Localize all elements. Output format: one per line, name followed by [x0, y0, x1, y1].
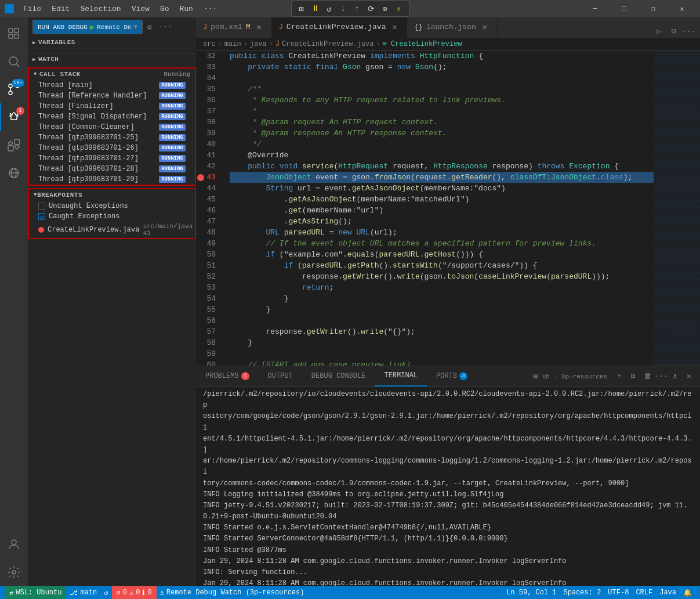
menu-go[interactable]: Go	[155, 3, 174, 15]
bp-caught[interactable]: Caught Exceptions	[29, 211, 195, 222]
debug-step-into-btn[interactable]: ↓	[337, 2, 350, 15]
panel-trash-btn[interactable]: 🗑	[641, 370, 654, 383]
activity-extensions[interactable]	[0, 131, 28, 159]
bp-uncaught[interactable]: Uncaught Exceptions	[29, 201, 195, 211]
thread-item[interactable]: Thread [main]RUNNING	[29, 80, 195, 91]
code-line[interactable]: private static final Gson gson = new Gso…	[230, 62, 654, 73]
sidebar-more-icon[interactable]: ···	[157, 21, 175, 33]
menu-more[interactable]: ···	[199, 3, 222, 15]
code-line[interactable]: public class CreateLinkPreview implement…	[230, 50, 654, 62]
breakpoints-header[interactable]: ▼ BREAKPOINTS	[29, 189, 195, 201]
activity-settings[interactable]	[0, 558, 28, 586]
panel-more-btn[interactable]: ···	[655, 370, 668, 383]
code-line[interactable]: /**	[230, 84, 654, 95]
restore-btn[interactable]: ❐	[640, 0, 666, 17]
code-content[interactable]: public class CreateLinkPreview implement…	[225, 50, 654, 366]
variables-section-header[interactable]: ▶ VARIABLES	[28, 37, 196, 48]
code-line[interactable]	[230, 73, 654, 84]
activity-debug[interactable]: 1	[0, 103, 28, 131]
minimize-btn[interactable]: ─	[582, 0, 608, 17]
breadcrumb-java[interactable]: java	[250, 40, 267, 48]
code-line[interactable]: * Responds to any HTTP request related t…	[230, 95, 654, 106]
code-line[interactable]: */	[230, 139, 654, 150]
activity-explorer[interactable]	[0, 20, 28, 48]
status-position[interactable]: Ln 59, Col 1	[503, 589, 560, 597]
status-notifications[interactable]: 🔔	[680, 589, 695, 597]
code-line[interactable]: * @param request An HTTP request context…	[230, 117, 654, 128]
tab-problems[interactable]: PROBLEMS 1	[196, 366, 259, 387]
thread-item[interactable]: Thread [qtp399683701-25]RUNNING	[29, 132, 195, 143]
menu-run[interactable]: Run	[175, 3, 197, 15]
code-line[interactable]: response.getWriter().write("{}");	[230, 326, 654, 337]
menu-file[interactable]: File	[19, 3, 46, 15]
status-errors[interactable]: ⊘ 0 ⚠ 0 ℹ 0	[112, 586, 157, 599]
code-line[interactable]: // [START add_ons_case_preview_link]	[230, 359, 654, 366]
menu-selection[interactable]: Selection	[75, 3, 125, 15]
thread-item[interactable]: Thread [Reference Handler]RUNNING	[29, 91, 195, 101]
thread-item[interactable]: Thread [Signal Dispatcher]RUNNING	[29, 111, 195, 122]
tab-debug-console[interactable]: DEBUG CONSOLE	[302, 366, 375, 387]
tab-launch-close[interactable]: ✕	[480, 22, 490, 33]
activity-remote[interactable]	[0, 159, 28, 187]
thread-item[interactable]: Thread [qtp399683701-29]RUNNING	[29, 174, 195, 185]
activity-scm[interactable]: 1K+	[0, 75, 28, 103]
status-sync[interactable]: ↺	[100, 586, 111, 599]
tab-ports[interactable]: PORTS 3	[427, 366, 477, 387]
code-line[interactable]: // If the event object URL matches a spe…	[230, 238, 654, 249]
debug-pause-btn[interactable]: ⏸	[309, 2, 322, 15]
code-line[interactable]	[230, 348, 654, 359]
code-line[interactable]: .getAsString();	[230, 216, 654, 227]
tab-create-close[interactable]: ✕	[389, 22, 400, 33]
thread-item[interactable]: Thread [Finalizer]RUNNING	[29, 101, 195, 111]
status-debug-watch[interactable]: ⚓ Remote Debug Watch (3p-resources)	[157, 586, 308, 599]
debug-connect-btn[interactable]: ⊕	[379, 2, 391, 15]
bp-file[interactable]: CreateLinkPreview.java src/main/java 43	[29, 222, 195, 238]
activity-account[interactable]	[0, 531, 28, 558]
tab-pom[interactable]: J pom.xml M ✕	[196, 17, 272, 38]
debug-reset-btn[interactable]: ⟳	[365, 2, 378, 15]
code-line[interactable]: }	[230, 293, 654, 304]
code-line[interactable]: .getAsJsonObject(memberName:"matchedUrl"…	[230, 194, 654, 205]
code-line[interactable]: public void service(HttpRequest request,…	[230, 161, 654, 172]
tab-more-btn[interactable]: ···	[683, 25, 695, 38]
bp-caught-checkbox[interactable]	[38, 213, 45, 220]
status-spaces[interactable]: Spaces: 2	[560, 589, 605, 597]
thread-item[interactable]: Thread [qtp399683701-28]RUNNING	[29, 164, 195, 174]
debug-restart-btn[interactable]: ↺	[323, 2, 336, 15]
close-btn[interactable]: ✕	[669, 0, 695, 17]
thread-item[interactable]: Thread [qtp399683701-27]RUNNING	[29, 153, 195, 164]
code-line[interactable]: URL parsedURL = new URL(url);	[230, 227, 654, 238]
status-line-ending[interactable]: CRLF	[632, 589, 656, 597]
code-line[interactable]: if ("example.com".equals(parsedURL.getHo…	[230, 249, 654, 260]
activity-search[interactable]	[0, 48, 28, 75]
thread-item[interactable]: Thread [Common-Cleaner]RUNNING	[29, 122, 195, 132]
status-remote[interactable]: ⇄ WSL: Ubuntu	[5, 586, 66, 599]
code-line[interactable]: }	[230, 337, 654, 348]
watch-section-header[interactable]: ▶ WATCH	[28, 53, 196, 65]
tab-terminal[interactable]: TERMINAL	[375, 366, 427, 387]
code-line[interactable]: if (parsedURL.getPath().startsWith("/sup…	[230, 260, 654, 271]
debug-grid-btn[interactable]: ⊞	[295, 2, 308, 15]
tab-output[interactable]: OUTPUT	[259, 366, 302, 387]
terminal-content[interactable]: /pierrick/.m2/repository/io/cloudevents/…	[196, 387, 700, 586]
panel-close-btn[interactable]: ✕	[683, 370, 695, 383]
maximize-btn[interactable]: □	[611, 0, 637, 17]
breadcrumb-class[interactable]: ⊕ CreateLinkPreview	[383, 39, 462, 48]
tab-split-btn[interactable]: ⊟	[668, 25, 680, 38]
menu-view[interactable]: View	[127, 3, 154, 15]
run-debug-button[interactable]: RUN AND DEBUG ▶ Remote De ▼	[32, 20, 143, 34]
debug-step-out-btn[interactable]: ↑	[351, 2, 364, 15]
status-encoding[interactable]: UTF-8	[604, 589, 632, 597]
menu-edit[interactable]: Edit	[47, 3, 74, 15]
debug-flash-btn[interactable]: ⚡	[393, 2, 405, 15]
panel-split-btn[interactable]: ⊟	[627, 370, 640, 383]
tab-run-btn[interactable]: ▷	[652, 25, 665, 38]
code-line[interactable]: * @param response An HTTP response conte…	[230, 128, 654, 139]
code-line[interactable]: @Override	[230, 150, 654, 161]
breadcrumb-file[interactable]: CreateLinkPreview.java	[282, 40, 373, 48]
code-line[interactable]: String url = event.getAsJsonObject(membe…	[230, 183, 654, 194]
code-line[interactable]: response.getWriter().write(gson.toJson(c…	[230, 271, 654, 282]
tab-create-link[interactable]: J CreateLinkPreview.java ✕	[272, 17, 408, 38]
panel-collapse-btn[interactable]: ∧	[669, 370, 681, 383]
code-line[interactable]: JsonObject event = gson.fromJson(request…	[230, 172, 654, 183]
